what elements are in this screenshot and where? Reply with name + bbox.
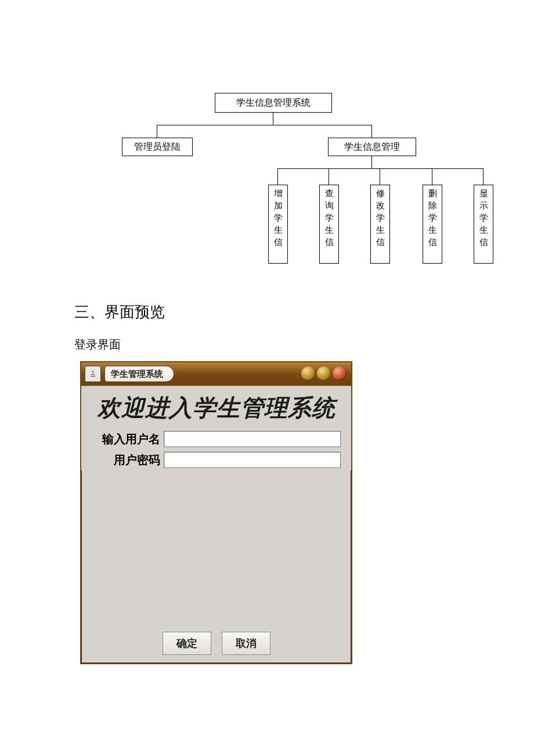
connector: [273, 112, 273, 125]
connector: [371, 156, 372, 168]
username-input[interactable]: [164, 431, 341, 447]
client-area: 欢迎进入学生管理系统 输入用户名 用户密码: [81, 386, 351, 470]
connector: [432, 168, 432, 185]
connector: [371, 125, 372, 138]
subsection-heading: 登录界面: [74, 337, 121, 352]
maximize-icon[interactable]: [317, 366, 331, 380]
diagram-root: 学生信息管理系统: [215, 93, 332, 113]
cancel-button[interactable]: 取消: [222, 632, 270, 655]
diagram-node-student-mgmt: 学生信息管理: [328, 138, 416, 156]
login-window: 学生管理系统 欢迎进入学生管理系统 输入用户名 用户密码 确定 取消: [80, 361, 352, 664]
password-label: 用户密码: [92, 452, 164, 468]
diagram-leaf-modify: 修改学生信: [370, 185, 390, 264]
connector: [277, 168, 278, 185]
close-icon[interactable]: [333, 366, 347, 380]
diagram-leaf-add: 增加学生信: [268, 185, 288, 264]
connector: [157, 125, 371, 125]
java-icon: [85, 366, 101, 382]
hierarchy-diagram: 学生信息管理系统 管理员登陆 学生信息管理 增加学生信 查询学生信 修改学生信 …: [0, 93, 534, 279]
diagram-leaf-show: 显示学生信: [474, 185, 493, 264]
diagram-leaf-delete: 删除学生信: [423, 185, 442, 264]
section-heading: 三、界面预览: [74, 303, 165, 321]
connector: [329, 168, 329, 185]
button-row: 确定 取消: [81, 632, 351, 655]
welcome-heading: 欢迎进入学生管理系统: [81, 386, 351, 429]
connector: [483, 168, 484, 185]
password-input[interactable]: [164, 452, 341, 468]
username-label: 输入用户名: [92, 431, 164, 447]
diagram-leaf-query: 查询学生信: [319, 185, 339, 264]
connector: [157, 125, 157, 138]
diagram-node-admin-login: 管理员登陆: [122, 138, 193, 156]
window-title: 学生管理系统: [104, 366, 174, 382]
connector: [277, 168, 483, 169]
minimize-icon[interactable]: [301, 366, 315, 380]
window-controls: [301, 366, 347, 380]
titlebar: 学生管理系统: [81, 362, 351, 386]
connector: [380, 168, 380, 185]
ok-button[interactable]: 确定: [163, 632, 211, 655]
